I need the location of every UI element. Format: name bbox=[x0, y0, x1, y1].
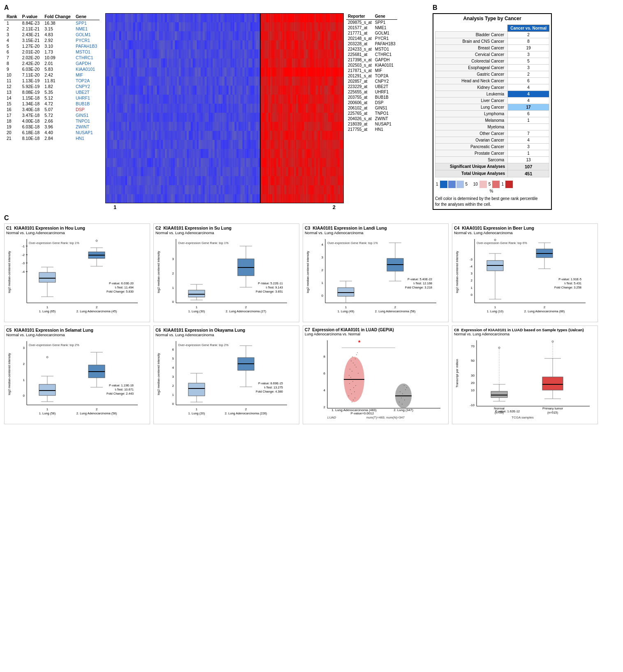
total-unique-val: 451 bbox=[508, 170, 549, 177]
cancer-val-cell: 3 bbox=[508, 143, 549, 150]
rank-cell: 5 bbox=[4, 43, 20, 49]
panel-c4: C4 KIAA0101 Expression in Beer Lung Norm… bbox=[452, 223, 598, 322]
svg-text:-1: -1 bbox=[22, 244, 25, 248]
svg-text:Over-expression Gene Rank: top: Over-expression Gene Rank: top 6% bbox=[477, 241, 527, 245]
cancer-name-cell: Gastric Cancer bbox=[435, 71, 508, 77]
pvalue-cell: 8.08E-19 bbox=[20, 89, 42, 95]
svg-text:0: 0 bbox=[322, 294, 324, 298]
section-a-label: A bbox=[4, 4, 428, 12]
cancer-val-cell: 4 bbox=[508, 97, 549, 104]
svg-text:Over-expression Gene Rank: top: Over-expression Gene Rank: top 2% bbox=[29, 343, 79, 347]
rank-cell: 20 bbox=[4, 130, 20, 135]
fold-cell: 3.15 bbox=[42, 26, 73, 32]
svg-text:(n=515): (n=515) bbox=[547, 411, 558, 414]
svg-text:P-value: 6.03E-20: P-value: 6.03E-20 bbox=[109, 281, 134, 285]
reporter-cell: 204026_s_at bbox=[346, 116, 373, 121]
analysis-type-title: Analysis Type by Cancer bbox=[435, 16, 549, 22]
svg-point-192 bbox=[357, 352, 358, 353]
cancer-name-cell: Lymphoma bbox=[435, 110, 508, 117]
reporter-gene-cell: SPP1 bbox=[373, 20, 397, 26]
c1-subtitle: Normal vs. Lung Adenocarcinoma bbox=[6, 230, 148, 235]
rank-cell: 15 bbox=[4, 101, 20, 107]
reporter-gene-cell: HN1 bbox=[373, 127, 397, 132]
reporter-gene-cell: BUB1B bbox=[373, 95, 397, 100]
svg-text:2: 2 bbox=[23, 362, 25, 366]
svg-text:log2 median-centered intensity: log2 median-centered intensity bbox=[455, 251, 459, 293]
fold-cell: 3.10 bbox=[42, 43, 73, 49]
c4-id: C4 KIAA0101 Expression in Beer Lung bbox=[454, 226, 596, 230]
fold-cell: 5.35 bbox=[42, 89, 73, 95]
svg-text:2: 2 bbox=[172, 272, 174, 275]
gene-cell: TOP2A bbox=[73, 78, 100, 84]
c8-id: C8 Expression of KIAA0101 in LUAD based … bbox=[454, 328, 596, 332]
fold-cell: 2.66 bbox=[42, 118, 73, 124]
cancer-val-cell bbox=[508, 123, 549, 130]
svg-text:1. Lung (65): 1. Lung (65) bbox=[39, 309, 56, 313]
cancer-val-cell: 13 bbox=[508, 156, 549, 163]
svg-text:-3: -3 bbox=[22, 261, 25, 265]
fold-cell: 5.12 bbox=[42, 95, 73, 101]
svg-text:20: 20 bbox=[471, 381, 475, 385]
rank-cell: 2 bbox=[4, 26, 20, 32]
cancer-val-cell: 6 bbox=[508, 110, 549, 117]
fold-cell: 2.92 bbox=[42, 37, 73, 43]
cancer-val-cell: 2 bbox=[508, 71, 549, 77]
svg-point-201 bbox=[402, 393, 403, 394]
fold-cell: 4.72 bbox=[42, 101, 73, 107]
svg-text:Fold Change: 2.443: Fold Change: 2.443 bbox=[107, 392, 134, 395]
gene-cell: UHRF1 bbox=[73, 95, 100, 101]
svg-text:2: 2 bbox=[471, 279, 473, 282]
sig-unique-val: 107 bbox=[508, 163, 549, 170]
svg-point-182 bbox=[351, 360, 352, 361]
svg-text:1. Lung (49): 1. Lung (49) bbox=[338, 309, 354, 313]
fold-cell: 4.83 bbox=[42, 32, 73, 37]
reporter-gene-cell: ZWINT bbox=[373, 116, 397, 121]
svg-point-208 bbox=[404, 385, 405, 386]
cancer-name-cell: Prostate Cancer bbox=[435, 150, 508, 156]
cancer-name-cell: Brain and CNS Cancer bbox=[435, 38, 508, 44]
cancer-name-cell: Other Cancer bbox=[435, 130, 508, 137]
svg-point-173 bbox=[356, 367, 357, 367]
svg-text:4: 4 bbox=[172, 366, 174, 370]
gene-cell: GAPDH bbox=[73, 60, 100, 66]
reporter-cell: 225681_at bbox=[346, 52, 373, 57]
svg-text:2: 2 bbox=[322, 268, 324, 272]
cancer-name-cell: Colorectal Cancer bbox=[435, 58, 508, 64]
svg-text:Over-expression Gene Rank: top: Over-expression Gene Rank: top 1% bbox=[327, 241, 378, 245]
pvalue-cell: 8.10E-18 bbox=[20, 135, 42, 141]
group2-label: 2 bbox=[333, 204, 336, 210]
svg-rect-64 bbox=[338, 288, 354, 296]
section-b-label: B bbox=[433, 4, 552, 12]
gene-cell: KIAA0101 bbox=[73, 66, 100, 72]
rank-cell: 9 bbox=[4, 66, 20, 72]
svg-text:1: 1 bbox=[172, 286, 174, 290]
gene-cell: CTHRC1 bbox=[73, 55, 100, 60]
reporter-gene-cell: PAFAH1B3 bbox=[373, 41, 397, 47]
gene-cell: HN1 bbox=[73, 135, 100, 141]
reporter-gene-cell: GOLM1 bbox=[373, 30, 397, 36]
reporter-cell: 202148_s_at bbox=[346, 36, 373, 41]
svg-text:log2 median-centered intensity: log2 median-centered intensity bbox=[306, 251, 310, 293]
c7-id: C7 Expression of KIAA0101 in LUAD (GEPIA… bbox=[305, 328, 447, 332]
svg-text:Transcript per million: Transcript per million bbox=[455, 359, 459, 387]
gene-cell: GINS1 bbox=[73, 112, 100, 118]
col-gene-right: Gene bbox=[373, 13, 397, 20]
svg-text:Fold Change: 5.830: Fold Change: 5.830 bbox=[107, 290, 134, 293]
rank-cell: 16 bbox=[4, 107, 20, 112]
cancer-val-cell: 8 bbox=[508, 38, 549, 44]
cancer-val-cell: 3 bbox=[508, 51, 549, 58]
pvalue-cell: 3.15E-21 bbox=[20, 37, 42, 43]
cancer-name-cell: Pancreatic Cancer bbox=[435, 143, 508, 150]
svg-point-191 bbox=[351, 393, 352, 394]
panel-c8: C8 Expression of KIAA0101 in LUAD based … bbox=[452, 326, 598, 424]
svg-text:2. Lung Adenocarcinoma (45): 2. Lung Adenocarcinoma (45) bbox=[76, 309, 117, 313]
svg-text:t-Test: 11.494: t-Test: 11.494 bbox=[115, 286, 134, 289]
svg-point-190 bbox=[354, 391, 355, 392]
svg-text:3: 3 bbox=[322, 256, 324, 259]
reporter-cell: 202503_s_at bbox=[346, 63, 373, 68]
svg-text:3: 3 bbox=[471, 272, 473, 275]
gene-cell: GOLM1 bbox=[73, 32, 100, 37]
reporter-cell: 201291_s_at bbox=[346, 73, 373, 79]
cancer-val-cell: 5 bbox=[508, 58, 549, 64]
svg-text:Over-expression Gene Rank: top: Over-expression Gene Rank: top 1% bbox=[29, 241, 79, 245]
